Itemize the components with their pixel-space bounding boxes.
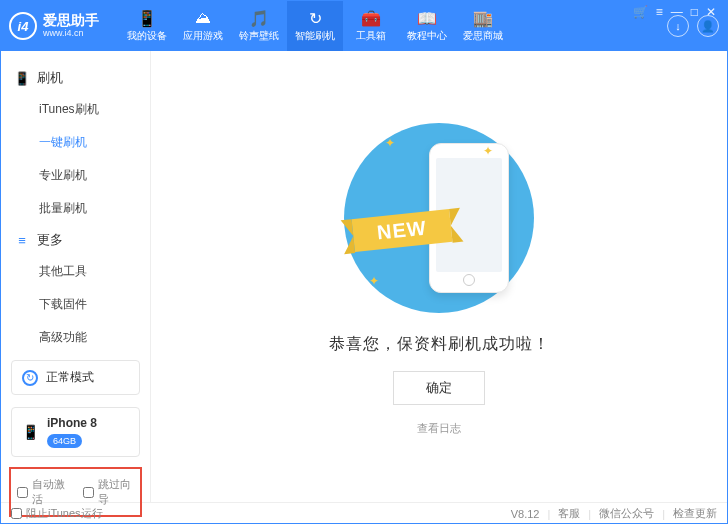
brand-url: www.i4.cn: [43, 29, 99, 39]
device-info-box[interactable]: 📱 iPhone 8 64GB: [11, 407, 140, 457]
phone-icon: 📱: [15, 71, 29, 86]
sidebar-item-download-firmware[interactable]: 下载固件: [1, 288, 150, 321]
success-illustration: NEW ✦ ✦ ✦: [329, 118, 549, 318]
nav-tutorials[interactable]: 📖教程中心: [399, 1, 455, 51]
block-itunes-checkbox[interactable]: 阻止iTunes运行: [11, 506, 103, 521]
sidebar-group-flash: 📱 刷机: [1, 63, 150, 93]
phone-icon: 📱: [22, 424, 39, 440]
menu-icon[interactable]: ≡: [654, 3, 665, 21]
version-label: V8.12: [511, 508, 540, 520]
device-icon: 📱: [137, 9, 157, 27]
music-icon: 🎵: [249, 9, 269, 27]
check-update-link[interactable]: 检查更新: [673, 506, 717, 521]
sidebar: 📱 刷机 iTunes刷机 一键刷机 专业刷机 批量刷机 ≡ 更多 其他工具 下…: [1, 51, 151, 502]
close-button[interactable]: ✕: [704, 3, 718, 21]
book-icon: 📖: [417, 9, 437, 27]
nav-ringtones[interactable]: 🎵铃声壁纸: [231, 1, 287, 51]
support-link[interactable]: 客服: [558, 506, 580, 521]
success-message: 恭喜您，保资料刷机成功啦！: [329, 334, 550, 355]
nav-apps[interactable]: ⛰应用游戏: [175, 1, 231, 51]
app-header: i4 爱思助手 www.i4.cn 📱我的设备 ⛰应用游戏 🎵铃声壁纸 ↻智能刷…: [1, 1, 727, 51]
sidebar-item-pro-flash[interactable]: 专业刷机: [1, 159, 150, 192]
logo: i4 爱思助手 www.i4.cn: [9, 12, 99, 40]
brand-name: 爱思助手: [43, 13, 99, 28]
skip-guide-checkbox[interactable]: 跳过向导: [83, 477, 135, 507]
device-name: iPhone 8: [47, 416, 97, 430]
storage-badge: 64GB: [47, 434, 82, 448]
sidebar-item-oneclick-flash[interactable]: 一键刷机: [1, 126, 150, 159]
refresh-icon: ↻: [309, 9, 322, 27]
nav-store[interactable]: 🏬爱思商城: [455, 1, 511, 51]
cart-icon[interactable]: 🛒: [631, 3, 650, 21]
sidebar-group-more: ≡ 更多: [1, 225, 150, 255]
sidebar-item-batch-flash[interactable]: 批量刷机: [1, 192, 150, 225]
main-content: NEW ✦ ✦ ✦ 恭喜您，保资料刷机成功啦！ 确定 查看日志: [151, 51, 727, 502]
sidebar-item-itunes-flash[interactable]: iTunes刷机: [1, 93, 150, 126]
minimize-button[interactable]: —: [669, 3, 685, 21]
nav-my-device[interactable]: 📱我的设备: [119, 1, 175, 51]
confirm-button[interactable]: 确定: [393, 371, 485, 405]
device-mode-box[interactable]: ↻ 正常模式: [11, 360, 140, 395]
apps-icon: ⛰: [195, 9, 211, 27]
sidebar-item-advanced[interactable]: 高级功能: [1, 321, 150, 354]
hamburger-icon: ≡: [15, 233, 29, 248]
nav-toolbox[interactable]: 🧰工具箱: [343, 1, 399, 51]
nav-flash[interactable]: ↻智能刷机: [287, 1, 343, 51]
sidebar-item-other-tools[interactable]: 其他工具: [1, 255, 150, 288]
main-nav: 📱我的设备 ⛰应用游戏 🎵铃声壁纸 ↻智能刷机 🧰工具箱 📖教程中心 🏬爱思商城: [119, 1, 659, 51]
auto-activate-checkbox[interactable]: 自动激活: [17, 477, 69, 507]
mode-label: 正常模式: [46, 369, 94, 386]
view-log-link[interactable]: 查看日志: [417, 421, 461, 436]
wechat-link[interactable]: 微信公众号: [599, 506, 654, 521]
store-icon: 🏬: [473, 9, 493, 27]
maximize-button[interactable]: □: [689, 3, 700, 21]
toolbox-icon: 🧰: [361, 9, 381, 27]
mode-icon: ↻: [22, 370, 38, 386]
logo-icon: i4: [9, 12, 37, 40]
